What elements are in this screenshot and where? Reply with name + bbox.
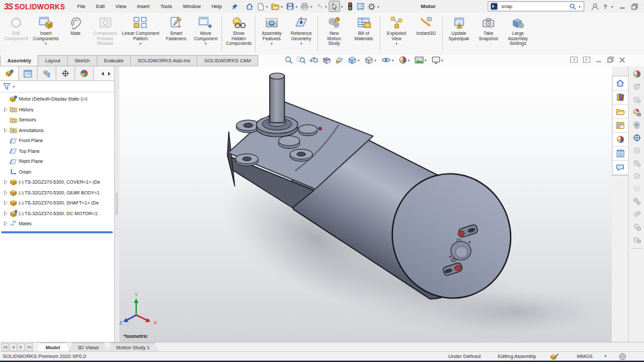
solidworks-resources-tab[interactable]	[612, 76, 628, 90]
hide-show-items-icon[interactable]: ▼	[381, 56, 395, 64]
disabled-tool-icon[interactable]	[631, 157, 643, 169]
move-component-button[interactable]: Move Component ▼	[191, 13, 220, 55]
open-button[interactable]	[270, 1, 280, 11]
zoom-to-area-icon[interactable]	[297, 56, 306, 64]
show-hidden-components-button[interactable]: Show Hidden Components	[223, 13, 254, 55]
nav-next-icon[interactable]	[17, 343, 25, 351]
tab-model[interactable]: Model	[37, 343, 69, 352]
dimxpert-manager-tab[interactable]	[56, 66, 75, 80]
tree-item-annotations[interactable]: A Annotations	[0, 125, 114, 136]
pane-left-icon[interactable]	[570, 56, 578, 63]
assembly-features-button[interactable]: Assembly Features ▼	[257, 13, 286, 55]
custom-properties-tab[interactable]	[612, 147, 628, 161]
tree-item-right-plane[interactable]: Right Plane	[0, 156, 114, 167]
new-dropdown-caret[interactable]: ▼	[266, 5, 269, 9]
expand-arrow-icon[interactable]	[2, 107, 9, 112]
help-dropdown-caret[interactable]: ▼	[610, 5, 614, 9]
tree-item-top-plane[interactable]: Top Plane	[0, 146, 114, 157]
display-style-icon[interactable]: ▼	[364, 56, 378, 64]
save-button[interactable]	[285, 1, 295, 11]
home-button[interactable]	[245, 1, 255, 11]
tree-item-cover[interactable]: (-) TS-32GZ370-5300, COVER<1> (De	[0, 177, 114, 188]
pin-menu-icon[interactable]	[231, 3, 238, 10]
expand-arrow-icon[interactable]	[2, 211, 9, 216]
bill-of-materials-button[interactable]: Bill of Materials	[349, 13, 378, 55]
tabs-scroll-left-icon[interactable]	[101, 71, 105, 76]
property-manager-tab[interactable]	[19, 66, 38, 80]
nav-last-icon[interactable]	[25, 343, 33, 351]
menu-window[interactable]: Window	[177, 0, 206, 13]
print-dropdown-caret[interactable]: ▼	[309, 5, 313, 9]
edit-appearance-caret[interactable]: ▼	[407, 58, 411, 62]
pane-right-icon[interactable]	[583, 56, 590, 63]
disabled-tool-icon[interactable]	[631, 80, 643, 93]
file-explorer-tab[interactable]	[612, 105, 628, 119]
options-gear-button[interactable]	[366, 1, 376, 11]
disabled-tool-icon[interactable]	[631, 170, 643, 182]
apply-scene-icon[interactable]: ▼	[415, 56, 428, 64]
filter-caret[interactable]: ▼	[12, 84, 15, 88]
tab-sketch[interactable]: Sketch	[68, 55, 97, 66]
section-view-icon[interactable]	[322, 56, 331, 64]
insert-components-button[interactable]: Insert Components ▼	[31, 13, 61, 55]
view-settings-caret[interactable]: ▼	[441, 58, 444, 62]
reference-geometry-button[interactable]: Reference Geometry ▼	[286, 13, 316, 55]
tree-item-history[interactable]: History	[0, 105, 114, 115]
menu-view[interactable]: View	[110, 0, 131, 13]
dynamic-annotation-icon[interactable]	[335, 56, 344, 64]
units-label[interactable]: MMGS	[577, 353, 592, 359]
exploded-view-button[interactable]: Exploded View ▼	[382, 13, 411, 55]
units-caret[interactable]: ▲	[604, 353, 607, 357]
menu-file[interactable]: File	[72, 0, 91, 13]
display-style-caret[interactable]: ▼	[374, 58, 377, 62]
splitter-grip[interactable]	[115, 192, 118, 215]
expand-arrow-icon[interactable]	[2, 128, 9, 133]
disabled-tool-icon[interactable]	[631, 182, 643, 194]
assembly-features-caret[interactable]: ▼	[270, 42, 274, 46]
new-document-button[interactable]	[256, 1, 266, 11]
view-orientation-icon[interactable]: ▼	[347, 56, 361, 64]
status-globe-icon[interactable]	[619, 353, 627, 361]
menu-insert[interactable]: Insert	[131, 0, 155, 13]
tree-item-mates[interactable]: Mates	[0, 219, 114, 229]
tree-item-shaft[interactable]: (-) TS-32GZ370-5300, SHAFT<1> (De	[0, 198, 114, 208]
menu-edit[interactable]: Edit	[91, 0, 110, 13]
disabled-tool-icon[interactable]	[631, 221, 643, 233]
disabled-tool-icon[interactable]	[631, 144, 643, 156]
appearance-ball-icon[interactable]	[631, 68, 643, 80]
restore-button[interactable]	[631, 3, 639, 11]
search-icon[interactable]	[570, 3, 576, 10]
view-palette-tab[interactable]	[612, 119, 628, 133]
tab-solidworks-cam[interactable]: SOLIDWORKS CAM	[197, 55, 258, 66]
gears-tool-icon[interactable]	[631, 195, 643, 207]
take-snapshot-button[interactable]: Take Snapshot	[474, 13, 503, 55]
doc-minimize-icon[interactable]	[596, 57, 602, 63]
tab-solidworks-add-ins[interactable]: SOLIDWORKS Add-Ins	[131, 55, 197, 66]
large-assembly-settings-button[interactable]: Large Assembly Settings	[503, 13, 533, 55]
file-properties-button[interactable]	[356, 1, 366, 11]
linear-pattern-caret[interactable]: ▼	[139, 42, 142, 46]
tabs-scroll-right-icon[interactable]	[107, 71, 111, 76]
move-component-caret[interactable]: ▼	[204, 42, 207, 46]
graphics-viewport[interactable]: Y X Z *Isometric	[119, 66, 612, 342]
design-library-tab[interactable]	[612, 90, 628, 105]
minimize-button[interactable]	[619, 3, 627, 11]
reference-geometry-caret[interactable]: ▼	[300, 42, 303, 46]
tree-item-dc-motor[interactable]: (-) TS-32GZ370-5300, DC MOTOR<1:	[0, 208, 114, 219]
tree-item-origin[interactable]: Origin	[0, 167, 114, 178]
search-input[interactable]	[500, 3, 568, 10]
solidworks-forum-tab[interactable]	[612, 161, 628, 175]
tree-item-root[interactable]: Motor (Default<Display State-1>)	[0, 94, 114, 105]
open-dropdown-caret[interactable]: ▼	[280, 5, 284, 9]
doc-restore-icon[interactable]	[607, 56, 614, 63]
rebuild-button[interactable]	[345, 1, 355, 11]
smart-fasteners-button[interactable]: Smart Fasteners	[161, 13, 191, 55]
search-dropdown-caret[interactable]: ▼	[578, 5, 581, 9]
render-tool-icon[interactable]	[631, 106, 643, 118]
hide-show-caret[interactable]: ▼	[391, 58, 394, 62]
display-manager-tab[interactable]	[75, 66, 94, 80]
linear-component-pattern-button[interactable]: Linear Component Pattern ▼	[120, 13, 162, 55]
nav-prev-icon[interactable]	[9, 343, 17, 351]
expand-arrow-icon[interactable]	[2, 190, 9, 195]
rollback-bar[interactable]	[1, 231, 113, 233]
